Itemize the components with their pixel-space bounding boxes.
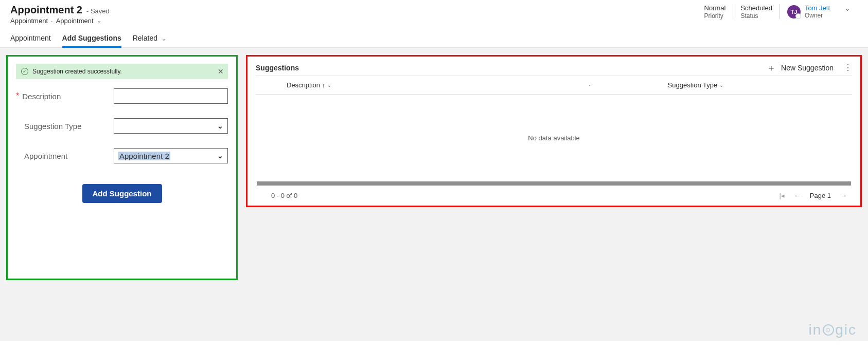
next-page-icon[interactable]: →	[840, 192, 847, 199]
suggestion-type-row: Suggestion Type ⌄	[16, 118, 228, 134]
new-suggestion-button[interactable]: ＋ New Suggestion	[767, 63, 834, 72]
record-header: Appointment 2 - Saved Appointment · Appo…	[0, 0, 868, 25]
tab-appointment[interactable]: Appointment	[10, 34, 51, 47]
horizontal-scrollbar[interactable]	[257, 181, 851, 186]
suggestion-form-panel: ✓ Suggestion created successfully. ✕ * D…	[6, 55, 238, 280]
record-range: 0 - 0 of 0	[271, 192, 297, 199]
close-icon[interactable]: ✕	[218, 67, 224, 76]
empty-text: No data available	[528, 134, 579, 142]
success-text: Suggestion created successfully.	[32, 68, 122, 75]
record-title: Appointment 2	[10, 4, 82, 16]
chevron-down-icon: ⌄	[719, 82, 723, 88]
breadcrumb-entity: Appointment	[10, 17, 48, 25]
status-field[interactable]: Scheduled Status	[733, 4, 779, 20]
owner-field[interactable]: TJ Tom Jett Owner	[780, 4, 837, 19]
priority-label: Priority	[704, 12, 726, 20]
tab-related[interactable]: Related ⌄	[133, 34, 166, 47]
plus-icon: ＋	[767, 63, 776, 72]
appointment-label: Appointment	[24, 152, 67, 160]
check-circle-icon: ✓	[21, 68, 28, 75]
success-notification: ✓ Suggestion created successfully. ✕	[16, 64, 228, 79]
suggestion-type-select[interactable]: ⌄	[114, 118, 228, 134]
watermark-logo: in ⊙ gic	[808, 322, 857, 338]
add-suggestion-button[interactable]: Add Suggestion	[82, 184, 162, 203]
breadcrumb-form: Appointment	[56, 17, 94, 25]
suggestion-type-label: Suggestion Type	[24, 122, 81, 131]
breadcrumb-separator: ·	[51, 17, 53, 25]
description-input[interactable]	[114, 88, 228, 104]
priority-value: Normal	[704, 4, 726, 12]
appointment-select[interactable]: Appointment 2 ⌄	[114, 148, 228, 163]
chevron-down-icon: ⌄	[217, 152, 223, 160]
status-value: Scheduled	[740, 4, 772, 12]
status-label: Status	[740, 12, 772, 20]
new-suggestion-label: New Suggestion	[781, 64, 834, 72]
breadcrumb[interactable]: Appointment · Appointment ⌄	[10, 17, 110, 25]
owner-name: Tom Jett	[805, 4, 830, 12]
required-star-icon: *	[16, 92, 19, 100]
grid-title: Suggestions	[256, 64, 299, 72]
form-tabs: Appointment Add Suggestions Related ⌄	[0, 25, 868, 48]
tab-add-suggestions[interactable]: Add Suggestions	[62, 34, 121, 47]
col-suggestion-type[interactable]: Suggestion Type ⌄	[596, 81, 852, 89]
first-page-icon[interactable]: |◂	[779, 192, 784, 199]
col-description[interactable]: Description ↑ ⌄	[256, 81, 583, 89]
suggestions-grid-panel: Suggestions ＋ New Suggestion ⋮ Descripti…	[246, 55, 862, 207]
chevron-down-icon: ⌄	[217, 122, 223, 130]
paging-controls: |◂ ← Page 1 →	[779, 192, 847, 199]
avatar: TJ	[787, 5, 801, 19]
chevron-down-icon: ⌄	[327, 82, 331, 88]
column-separator: ·	[583, 81, 595, 89]
col-suggestion-type-label: Suggestion Type	[668, 81, 718, 89]
save-status: - Saved	[86, 7, 110, 15]
col-description-label: Description	[287, 81, 320, 89]
description-row: * Description	[16, 88, 228, 104]
sort-asc-icon: ↑	[322, 82, 325, 88]
tab-related-label: Related	[133, 34, 157, 42]
grid-column-headers: Description ↑ ⌄ · Suggestion Type ⌄	[256, 76, 852, 95]
appointment-value: Appointment 2	[118, 152, 170, 160]
grid-footer: 0 - 0 of 0 |◂ ← Page 1 →	[256, 190, 852, 199]
form-body: ✓ Suggestion created successfully. ✕ * D…	[0, 48, 868, 341]
grid-header-bar: Suggestions ＋ New Suggestion ⋮	[256, 63, 852, 76]
description-label: Description	[22, 92, 61, 101]
header-expand-chevron[interactable]: ⌄	[837, 4, 858, 12]
priority-field[interactable]: Normal Priority	[697, 4, 733, 20]
chevron-down-icon[interactable]: ⌄	[97, 17, 101, 24]
owner-label: Owner	[805, 12, 830, 19]
header-right: Normal Priority Scheduled Status TJ Tom …	[697, 4, 858, 20]
kebab-menu-icon[interactable]: ⋮	[844, 63, 852, 72]
prev-page-icon[interactable]: ←	[794, 192, 801, 199]
grid-empty-state: No data available	[256, 95, 852, 181]
title-block: Appointment 2 - Saved Appointment · Appo…	[10, 4, 110, 25]
chevron-down-icon: ⌄	[162, 35, 166, 42]
page-number: Page 1	[810, 192, 831, 199]
appointment-row: Appointment Appointment 2 ⌄	[16, 148, 228, 163]
watermark-o-icon: ⊙	[823, 324, 834, 336]
